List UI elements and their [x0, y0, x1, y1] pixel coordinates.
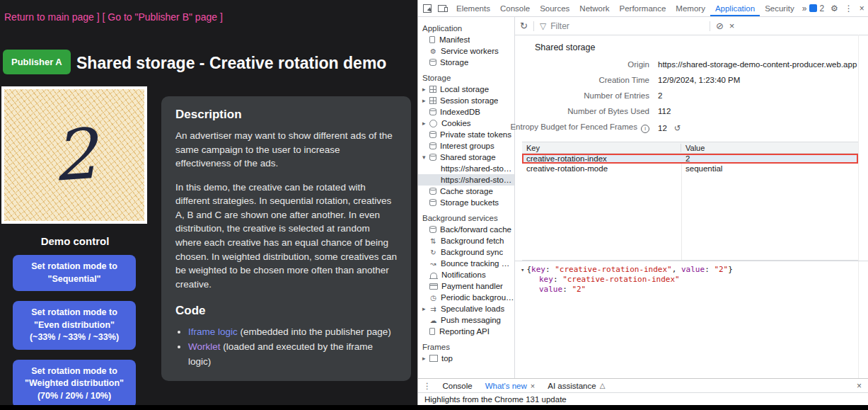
tab-network[interactable]: Network	[574, 0, 614, 16]
top-navigation: Return to main page ] [ Go to "Publisher…	[4, 11, 223, 23]
preview-summary-line[interactable]: ▾{key: "creative-rotation-index", value:…	[521, 265, 862, 275]
sidebar-item-periodic-background-sync[interactable]: ◷Periodic backgroun…	[418, 292, 514, 303]
delete-selected-icon[interactable]: ×	[729, 21, 735, 31]
chevron-collapsed-icon[interactable]: ▸	[422, 355, 429, 362]
column-header-value[interactable]: Value	[681, 144, 858, 152]
sidebar-item-frame-top[interactable]: ▸top	[418, 353, 514, 364]
sidebar-item-shared-storage-origin-1[interactable]: https://shared-storage…	[418, 163, 514, 174]
sidebar-item-indexeddb[interactable]: IndexedDB	[418, 106, 514, 118]
sidebar-item-shared-storage[interactable]: ▾Shared storage	[418, 152, 514, 163]
sidebar-item-payment-handler[interactable]: Payment handler	[418, 280, 514, 292]
chevron-collapsed-icon[interactable]: ▸	[422, 120, 429, 127]
tab-memory[interactable]: Memory	[671, 0, 710, 16]
meta-label-creation-time: Creation Time	[598, 76, 649, 84]
sidebar-item-back-forward-cache[interactable]: Back/forward cache	[418, 224, 514, 235]
database-icon	[429, 226, 436, 233]
tab-sources[interactable]: Sources	[535, 0, 574, 16]
sidebar-item-storage-buckets[interactable]: Storage buckets	[418, 197, 514, 208]
set-even-distribution-button[interactable]: Set rotation mode to "Even distribution"…	[13, 301, 136, 350]
chevron-expanded-icon[interactable]: ▾	[422, 154, 429, 161]
meta-value-entropy-budget: 12↺	[658, 123, 858, 133]
sidebar-item-private-state-tokens[interactable]: Private state tokens	[418, 129, 514, 140]
drawer-tab-whats-new[interactable]: What's new×	[479, 379, 542, 392]
table-icon	[429, 97, 436, 104]
set-weighted-distribution-button[interactable]: Set rotation mode to "Weighted distribut…	[13, 360, 136, 406]
chevron-collapsed-icon[interactable]: ▸	[422, 86, 429, 93]
more-tabs-icon[interactable]: »	[799, 4, 810, 13]
set-sequential-button[interactable]: Set rotation mode to "Sequential"	[13, 255, 136, 291]
return-main-page-link[interactable]: Return to main page	[4, 11, 94, 23]
refresh-icon[interactable]: ↻	[520, 21, 528, 31]
delete-all-icon[interactable]: ⊘	[716, 21, 724, 31]
sidebar-item-reporting-api[interactable]: Reporting API	[418, 326, 514, 337]
sidebar-item-manifest[interactable]: Manifest	[418, 34, 514, 45]
chevron-collapsed-icon[interactable]: ▸	[422, 305, 429, 312]
tab-security[interactable]: Security	[760, 0, 799, 16]
sidebar-item-shared-storage-origin-2[interactable]: https://shared-storage…	[418, 174, 514, 186]
storage-toolbar: ↻ ▽Filter ⊘ ×	[515, 17, 868, 35]
column-header-key[interactable]: Key	[522, 144, 681, 152]
list-item: Worklet (loaded and executed by the ifra…	[188, 340, 397, 370]
settings-gear-icon[interactable]: ⚙	[831, 4, 838, 13]
chevron-expanded-icon[interactable]: ▾	[521, 266, 524, 273]
sidebar-item-cookies[interactable]: ▸Cookies	[418, 118, 514, 129]
whats-new-status-bar: Highlights from the Chrome 131 update	[418, 392, 868, 405]
devtools-close-icon[interactable]: ×	[860, 4, 864, 13]
sidebar-section-storage: Storage	[418, 72, 514, 84]
sidebar-item-interest-groups[interactable]: Interest groups	[418, 140, 514, 152]
drawer-close-icon[interactable]: ×	[850, 381, 868, 391]
cell-value: 2	[681, 154, 858, 163]
entry-preview-pane: ▾{key: "creative-rotation-index", value:…	[515, 261, 868, 298]
description-panel: Description An advertiser may want to sh…	[161, 96, 411, 381]
table-row-creative-rotation-mode[interactable]: creative-rotation-mode sequential	[522, 164, 858, 173]
sidebar-item-background-fetch[interactable]: ⇅Background fetch	[418, 235, 514, 246]
sidebar-item-local-storage[interactable]: ▸Local storage	[418, 84, 514, 95]
publisher-b-link[interactable]: Go to "Publisher B" page	[108, 11, 217, 23]
database-icon	[429, 108, 436, 115]
speculative-loads-icon: ⇉	[429, 305, 437, 313]
database-icon	[429, 59, 436, 66]
sidebar-item-bounce-tracking[interactable]: ↝Bounce tracking miti…	[418, 258, 514, 269]
inspect-element-icon[interactable]	[423, 4, 432, 13]
manifest-file-icon	[429, 36, 435, 43]
shared-storage-panel: ↻ ▽Filter ⊘ × Shared storage Origin http…	[515, 17, 868, 378]
sidebar-item-speculative-loads[interactable]: ▸⇉Speculative loads	[418, 303, 514, 314]
database-icon	[429, 131, 436, 138]
sidebar-item-push-messaging[interactable]: ☁Push messaging	[418, 314, 514, 326]
sidebar-item-storage[interactable]: Storage	[418, 57, 514, 68]
cloud-icon: ☁	[429, 317, 437, 324]
tab-performance[interactable]: Performance	[615, 0, 671, 16]
issues-badge[interactable]: 2	[809, 4, 824, 13]
sidebar-item-background-sync[interactable]: ↻Background sync	[418, 246, 514, 258]
chevron-collapsed-icon[interactable]: ▸	[422, 97, 429, 104]
database-icon	[429, 154, 436, 161]
key-value-table: Key Value creative-rotation-index 2 crea…	[522, 142, 858, 261]
tab-application[interactable]: Application	[710, 0, 760, 16]
tab-console[interactable]: Console	[495, 0, 535, 16]
info-icon[interactable]	[641, 125, 649, 133]
code-heading: Code	[175, 304, 397, 318]
filter-input[interactable]: ▽Filter	[540, 21, 704, 31]
sidebar-item-notifications[interactable]: Notifications	[418, 269, 514, 280]
sidebar-item-session-storage[interactable]: ▸Session storage	[418, 95, 514, 106]
sidebar-item-cache-storage[interactable]: Cache storage	[418, 186, 514, 197]
device-toolbar-icon[interactable]	[438, 5, 446, 12]
drawer-menu-kebab-icon[interactable]: ⋮	[418, 381, 436, 391]
drawer-tab-ai-assistance[interactable]: AI assistance△	[541, 379, 611, 392]
sidebar-item-service-workers[interactable]: ⚙Service workers	[418, 45, 514, 57]
publisher-page: Return to main page ] [ Go to "Publisher…	[0, 0, 417, 405]
drawer-tab-console[interactable]: Console	[436, 379, 479, 392]
table-row-creative-rotation-index[interactable]: creative-rotation-index 2	[522, 154, 858, 164]
cookie-icon	[429, 120, 437, 127]
reset-budget-icon[interactable]: ↺	[674, 124, 681, 132]
iframe-logic-link[interactable]: Iframe logic	[188, 326, 238, 337]
close-tab-icon[interactable]: ×	[531, 382, 535, 390]
link-separator: ] [	[94, 11, 108, 23]
tab-elements[interactable]: Elements	[451, 0, 495, 16]
bounce-arrow-icon: ↝	[429, 260, 437, 268]
worklet-link[interactable]: Worklet	[188, 341, 221, 352]
storage-metadata: Origin https://shared-storage-demo-conte…	[515, 54, 868, 133]
cell-value: sequential	[681, 164, 858, 173]
preview-key-line: key: "creative-rotation-index"	[521, 275, 862, 285]
devtools-menu-kebab-icon[interactable]: ⋮	[845, 4, 853, 13]
